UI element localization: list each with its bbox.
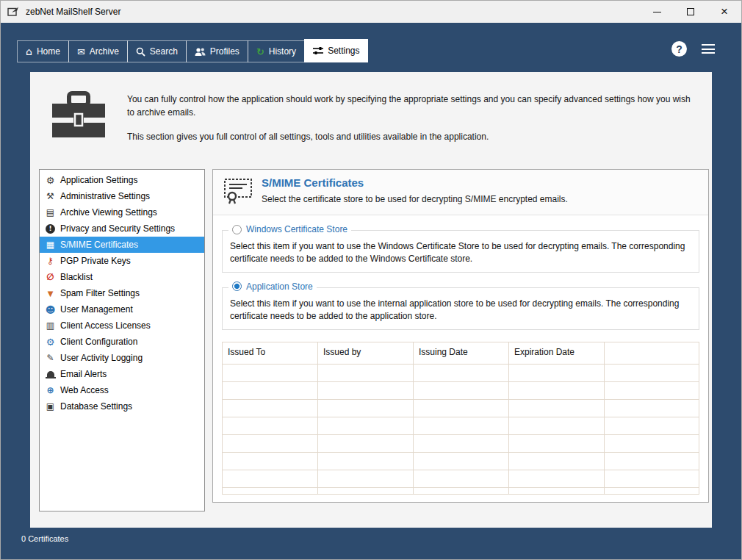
minimize-icon [653, 12, 661, 12]
column-header-issuing-date[interactable]: Issuing Date [414, 342, 509, 364]
filter-icon [44, 290, 57, 298]
close-icon [721, 5, 728, 18]
column-header-issued-by[interactable]: Issued by [318, 342, 414, 364]
tab-profiles[interactable]: Profiles [186, 40, 248, 62]
smime-certificates-panel: S/MIME Certificates Select the certifica… [212, 169, 709, 503]
sidebar-item-user-management[interactable]: User Management [40, 301, 204, 317]
tools-icon [44, 191, 57, 201]
document-icon [44, 207, 57, 218]
option-description: Select this item if you want to use the … [230, 298, 691, 323]
sidebar-item-label: Client Configuration [60, 337, 137, 347]
help-icon[interactable] [671, 41, 687, 57]
maximize-icon [687, 8, 694, 15]
sidebar-item-email-alerts[interactable]: Email Alerts [40, 366, 204, 382]
option-description: Select this item if you want to use the … [230, 240, 691, 266]
topbar-actions [671, 41, 715, 62]
application-store-group: Application Store Select this item if yo… [222, 287, 699, 330]
sidebar-item-pgp-private-keys[interactable]: PGP Private Keys [40, 253, 204, 269]
sliders-icon [313, 46, 323, 55]
bell-icon [44, 371, 57, 377]
status-bar: 0 Certificates [1, 528, 741, 559]
tab-history[interactable]: History [248, 40, 305, 62]
globe-icon [44, 385, 57, 395]
tab-settings[interactable]: Settings [304, 39, 368, 62]
minimize-button[interactable] [640, 1, 674, 23]
sidebar-item-label: Administrative Settings [60, 191, 150, 201]
history-icon [256, 46, 264, 57]
maximize-button[interactable] [674, 1, 707, 23]
sidebar-item-spam-filter-settings[interactable]: Spam Filter Settings [40, 285, 204, 301]
database-icon [44, 401, 57, 412]
certificates-table: Issued To Issued by Issuing Date Expirat… [222, 342, 699, 495]
sidebar-item-web-access[interactable]: Web Access [40, 382, 204, 398]
privacy-exclamation-icon [44, 224, 57, 234]
settings-page: You can fully control how the applicatio… [30, 72, 712, 528]
certificate-icon [44, 240, 57, 250]
tab-label: Search [150, 46, 178, 57]
client-config-icon [44, 337, 57, 348]
sidebar-item-label: Application Settings [60, 175, 137, 185]
close-button[interactable] [707, 1, 741, 23]
sidebar-item-label: User Management [60, 304, 133, 315]
description-paragraph: This section gives you full control of a… [127, 130, 696, 143]
sidebar-item-label: S/MIME Certificates [60, 240, 138, 250]
sidebar-item-label: User Activity Logging [60, 353, 143, 363]
tab-label: History [269, 46, 296, 57]
column-header-issued-to[interactable]: Issued To [223, 342, 318, 364]
column-header-filler [605, 342, 699, 364]
tab-label: Archive [90, 46, 119, 57]
tab-label: Profiles [210, 46, 239, 57]
license-icon [44, 320, 57, 331]
radio-windows-certificate-store[interactable]: Windows Certificate Store [228, 224, 351, 234]
magnifier-icon [136, 47, 145, 57]
sidebar-item-user-activity-logging[interactable]: User Activity Logging [40, 350, 204, 366]
sidebar-item-privacy-and-security-settings[interactable]: Privacy and Security Settings [40, 220, 204, 237]
sidebar-item-label: Client Access Licenses [60, 320, 151, 331]
radio-selected-icon [232, 281, 242, 291]
panel-title: S/MIME Certificates [262, 176, 568, 189]
sidebar-item-client-access-licenses[interactable]: Client Access Licenses [40, 317, 204, 334]
window-body: Home Archive Search Profiles History [1, 23, 741, 559]
panel-header: S/MIME Certificates Select the certifica… [213, 170, 708, 215]
panel-header-text: S/MIME Certificates Select the certifica… [262, 176, 568, 204]
gear-icon [44, 175, 57, 186]
sidebar-item-administrative-settings[interactable]: Administrative Settings [40, 188, 204, 204]
panel-subtitle: Select the certificate store to be used … [262, 194, 568, 204]
hamburger-menu-icon[interactable] [702, 44, 715, 54]
tab-home[interactable]: Home [17, 40, 69, 62]
sidebar-item-archive-viewing-settings[interactable]: Archive Viewing Settings [40, 204, 204, 220]
sidebar-item-blacklist[interactable]: Blacklist [40, 269, 204, 285]
tab-search[interactable]: Search [127, 40, 187, 62]
tab-label: Settings [328, 46, 359, 56]
app-window: zebNet MailShelf Server Home Archive Sea… [0, 0, 742, 560]
table-header-row: Issued To Issued by Issuing Date Expirat… [223, 342, 699, 365]
user-icon [44, 304, 57, 315]
sidebar-item-label: Blacklist [60, 272, 93, 282]
settings-category-list: Application Settings Administrative Sett… [39, 169, 205, 511]
home-icon [26, 46, 32, 57]
sidebar-item-label: Privacy and Security Settings [60, 223, 175, 234]
app-icon [7, 6, 21, 18]
sidebar-item-label: Web Access [60, 385, 109, 395]
tab-archive[interactable]: Archive [68, 40, 128, 62]
sidebar-item-application-settings[interactable]: Application Settings [40, 172, 204, 188]
sidebar-item-label: Spam Filter Settings [60, 288, 140, 298]
table-body [223, 365, 699, 494]
tab-label: Home [37, 46, 60, 57]
certificate-count: 0 Certificates [21, 534, 68, 543]
sidebar-item-label: Database Settings [60, 401, 132, 412]
sidebar-item-client-configuration[interactable]: Client Configuration [40, 334, 204, 350]
column-header-expiration-date[interactable]: Expiration Date [509, 342, 605, 364]
sidebar-item-label: Archive Viewing Settings [60, 207, 157, 218]
sidebar-item-database-settings[interactable]: Database Settings [40, 398, 204, 414]
radio-application-store[interactable]: Application Store [228, 281, 317, 292]
window-title: zebNet MailShelf Server [26, 7, 120, 17]
radio-label: Application Store [246, 281, 313, 292]
page-header: You can fully control how the applicatio… [30, 72, 712, 159]
sidebar-item-label: PGP Private Keys [60, 256, 131, 266]
description-paragraph: You can fully control how the applicatio… [127, 93, 696, 119]
window-controls [640, 1, 741, 23]
title-bar: zebNet MailShelf Server [1, 1, 741, 23]
radio-label: Windows Certificate Store [246, 224, 347, 234]
sidebar-item-smime-certificates[interactable]: S/MIME Certificates [40, 237, 204, 253]
